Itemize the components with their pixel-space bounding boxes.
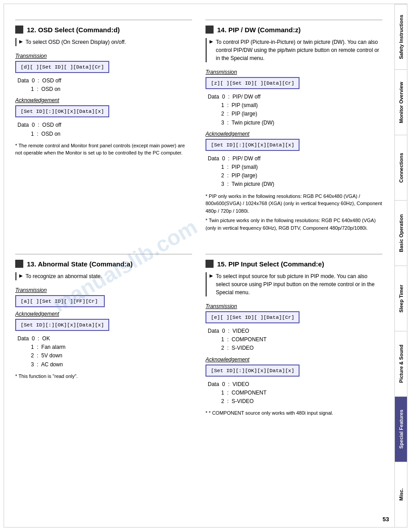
- pip-input-ack-label: Acknowledgement: [206, 356, 382, 363]
- divider-14: [206, 20, 382, 20]
- osd-data-list: Data 0 : OSD off 1 : OSD on: [15, 77, 192, 94]
- osd-ack-data-1: 1 : OSD on: [17, 131, 60, 137]
- osd-data-1: 1 : OSD on: [17, 86, 60, 92]
- section-abnormal-state: 13. Abnormal State (Command:a) To recogn…: [15, 247, 192, 424]
- pip-ack-data-2: 2 : PIP (large): [208, 172, 257, 179]
- sidebar-tab-connections[interactable]: Connections: [395, 135, 407, 200]
- pip-description: To control PIP (Picture-in-Picture) or t…: [210, 38, 382, 62]
- pip-input-data-0: Data 0 : VIDEO: [208, 328, 249, 334]
- sidebar-tab-picture-sound[interactable]: Picture & Sound: [395, 331, 407, 396]
- section-pip-dw: 14. PIP / DW (Command:z) To control PIP …: [206, 13, 382, 238]
- abnormal-data-3: 3 : AC down: [17, 361, 63, 368]
- section-14-bar: To control PIP (Picture-in-Picture) or t…: [206, 38, 382, 62]
- pip-input-ack-data-2: 2 : S-VIDEO: [208, 398, 254, 404]
- pip-input-data-list: Data 0 : VIDEO 1 : COMPONENT 2 : S-VIDEO: [206, 327, 382, 353]
- abnormal-transmission-label: Transmission: [15, 287, 192, 293]
- abnormal-ack-cmd: [Set ID][:][OK][x][Data][x]: [15, 319, 109, 331]
- abnormal-transmission-cmd: [a][ ][Set ID][ ][FF][Cr]: [15, 295, 105, 307]
- osd-description: To select OSD (On Screen Display) on/off…: [20, 38, 192, 46]
- osd-ack-cmd: [Set ID][:][OK][x][Data][x]: [15, 105, 109, 117]
- section-12-title: 12. OSD Select (Command:d): [15, 26, 192, 34]
- section-15-title: 15. PIP Input Select (Command:e): [206, 260, 382, 268]
- osd-transmission-cmd: [d][ ][Set ID][ ][Data][Cr]: [15, 61, 109, 73]
- page-number: 53: [383, 516, 389, 523]
- section-14-icon: [206, 26, 214, 34]
- section-15-bar: To select input source for sub picture i…: [206, 272, 382, 296]
- section-14-title: 14. PIP / DW (Command:z): [206, 26, 382, 34]
- osd-ack-data-0: Data 0 : OSD off: [17, 122, 61, 128]
- pip-data-3: 3 : Twin picture (DW): [208, 120, 274, 126]
- pip-data-2: 2 : PIP (large): [208, 111, 257, 117]
- section-12-icon: [15, 26, 23, 34]
- pip-input-ack-data-1: 1 : COMPONENT: [208, 390, 266, 396]
- pip-input-transmission-cmd: [e][ ][Set ID][ ][Data][Cr]: [206, 311, 300, 323]
- section-12-bar: To select OSD (On Screen Display) on/off…: [15, 38, 192, 46]
- abnormal-data-1: 1 : Fan alarm: [17, 344, 65, 350]
- main-content: 12. OSD Select (Command:d) To select OSD…: [4, 4, 394, 433]
- pip-ack-data-1: 1 : PIP (small): [208, 164, 258, 170]
- section-osd-select: 12. OSD Select (Command:d) To select OSD…: [15, 13, 192, 238]
- osd-ack-label: Acknowledgement: [15, 97, 192, 103]
- section-pip-input: 15. PIP Input Select (Command:e) To sele…: [206, 247, 382, 424]
- pip-ack-label: Acknowledgement: [206, 131, 382, 137]
- pip-data-1: 1 : PIP (small): [208, 102, 258, 108]
- sidebar-tab-basic-operation[interactable]: Basic Operation: [395, 200, 407, 266]
- sidebar-tab-safety[interactable]: Safety Instructions: [395, 4, 407, 69]
- pip-input-ack-cmd: [Set ID][:][OK][x][Data][x]: [206, 365, 300, 377]
- abnormal-data-0: Data 0 : OK: [17, 335, 50, 342]
- pip-input-ack-data-0: Data 0 : VIDEO: [208, 381, 249, 387]
- osd-transmission-label: Transmission: [15, 53, 192, 59]
- pip-input-description: To select input source for sub picture i…: [210, 272, 382, 296]
- osd-note: * The remote control and Monitor front p…: [15, 142, 192, 157]
- pip-transmission-label: Transmission: [206, 69, 382, 75]
- abnormal-ack-label: Acknowledgement: [15, 311, 192, 317]
- section-13-icon: [15, 260, 23, 268]
- sidebar-tab-special-features[interactable]: Special Features: [395, 396, 407, 462]
- pip-ack-data-3: 3 : Twin picture (DW): [208, 181, 274, 187]
- osd-data-label: Data 0 : OSD off: [17, 77, 61, 84]
- abnormal-data-2: 2 : 5V down: [17, 352, 62, 359]
- pip-ack-data-list: Data 0 : PIP/ DW off 1 : PIP (small) 2 :…: [206, 154, 382, 189]
- pip-input-ack-data-list: Data 0 : VIDEO 1 : COMPONENT 2 : S-VIDEO: [206, 380, 382, 406]
- osd-ack-data-list: Data 0 : OSD off 1 : OSD on: [15, 121, 192, 138]
- pip-data-list: Data 0 : PIP/ DW off 1 : PIP (small) 2 :…: [206, 93, 382, 127]
- sidebar-tab-sleep-timer[interactable]: Sleep Timer: [395, 266, 407, 331]
- section-13-title: 13. Abnormal State (Command:a): [15, 260, 192, 268]
- abnormal-note: This function is "read only".: [15, 373, 192, 380]
- sidebar-tab-misc[interactable]: Misc.: [395, 462, 407, 527]
- sidebar-tab-monitor-overview[interactable]: Monitor Overview: [395, 69, 407, 135]
- pip-input-data-2: 2 : S-VIDEO: [208, 345, 254, 351]
- section-15-icon: [206, 260, 214, 268]
- pip-input-transmission-label: Transmission: [206, 303, 382, 309]
- divider-13: [15, 254, 192, 254]
- pip-ack-data-0: Data 0 : PIP/ DW off: [208, 155, 261, 162]
- pip-ack-cmd: [Set ID][:][OK][x][Data][x]: [206, 139, 300, 151]
- pip-transmission-cmd: [z][ ][Set ID][ ][Data][Cr]: [206, 77, 300, 89]
- abnormal-data-list: Data 0 : OK 1 : Fan alarm 2 : 5V down 3 …: [15, 335, 192, 369]
- pip-input-note: * COMPONENT source only works with 480i …: [206, 409, 382, 417]
- section-13-bar: To recognize an abnormal state.: [15, 272, 192, 280]
- abnormal-description: To recognize an abnormal state.: [20, 272, 192, 280]
- pip-note-1: PIP only works in the following resoluti…: [206, 193, 382, 215]
- pip-data-0: Data 0 : PIP/ DW off: [208, 94, 261, 100]
- sidebar-tabs: Safety Instructions Monitor Overview Con…: [394, 4, 407, 527]
- divider-12: [15, 20, 192, 20]
- pip-input-data-1: 1 : COMPONENT: [208, 336, 266, 343]
- pip-note-2: Twin picture works only in the following…: [206, 217, 382, 232]
- divider-15: [206, 254, 382, 254]
